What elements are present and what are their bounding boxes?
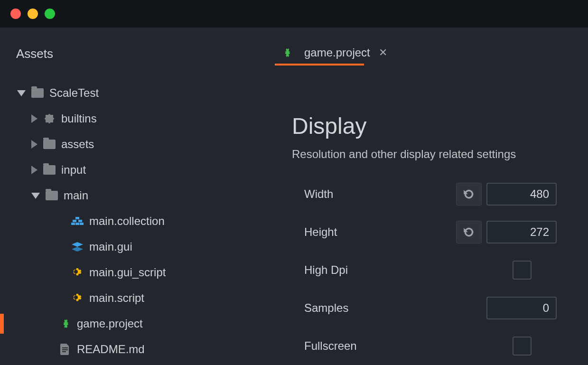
editor-panel: game.project ✕ Display Resolution and ot… — [259, 28, 588, 365]
tree-item-label: main.collection — [89, 215, 165, 228]
row-fullscreen: Fullscreen — [292, 327, 588, 365]
tree-item-readme-md[interactable]: README.md — [0, 337, 259, 362]
tree-item-game-project[interactable]: game.project — [0, 311, 259, 337]
chevron-right-icon[interactable] — [31, 140, 37, 149]
chevron-spacer — [57, 243, 65, 251]
tree-item-builtins[interactable]: builtins — [0, 106, 259, 131]
svg-rect-3 — [71, 223, 75, 225]
chevron-spacer — [45, 345, 53, 354]
undo-icon — [463, 188, 475, 200]
tree-item-assets[interactable]: assets — [0, 131, 259, 157]
folder-icon — [30, 87, 45, 99]
file-icon — [58, 343, 72, 356]
section-title: Display — [292, 113, 588, 139]
traffic-close-icon[interactable] — [10, 9, 21, 19]
section-subtitle: Resolution and other display related set… — [292, 148, 588, 161]
undo-icon — [463, 226, 475, 238]
label-samples: Samples — [304, 301, 456, 315]
traffic-fullscreen-icon[interactable] — [45, 9, 55, 19]
input-height[interactable] — [486, 221, 557, 243]
label-height: Height — [304, 225, 456, 239]
checkbox-fullscreen[interactable] — [513, 337, 532, 356]
tab-active-indicator — [275, 64, 364, 66]
puzzle-icon — [42, 112, 56, 125]
checkbox-highdpi[interactable] — [513, 261, 532, 280]
chevron-right-icon[interactable] — [31, 114, 37, 123]
cog-green-icon — [280, 47, 294, 59]
row-samples: Samples — [292, 289, 588, 327]
chevron-right-icon[interactable] — [31, 166, 37, 174]
folder-icon — [42, 138, 56, 150]
collection-icon — [70, 215, 84, 227]
svg-rect-6 — [62, 347, 68, 348]
folder-icon — [45, 189, 59, 202]
tree-item-main-script[interactable]: main.script — [0, 285, 259, 311]
tab-game-project[interactable]: game.project ✕ — [275, 41, 392, 65]
tree-item-label: builtins — [61, 112, 97, 125]
cog-green-icon — [58, 318, 72, 330]
row-width: Width — [292, 175, 588, 213]
chevron-spacer — [45, 319, 53, 328]
svg-rect-4 — [75, 223, 79, 225]
tab-label: game.project — [304, 46, 370, 59]
chevron-spacer — [57, 294, 65, 302]
label-fullscreen: Fullscreen — [304, 339, 456, 353]
window-titlebar — [0, 0, 588, 28]
folder-icon — [42, 164, 56, 176]
chevron-spacer — [57, 268, 65, 277]
tree-item-main[interactable]: main — [0, 183, 259, 208]
tree-item-label: main.gui — [89, 240, 132, 253]
tree-item-scaletest[interactable]: ScaleTest — [0, 80, 259, 106]
svg-rect-1 — [73, 220, 76, 222]
chevron-spacer — [57, 217, 65, 225]
cog-icon — [70, 292, 84, 304]
tree-item-input[interactable]: input — [0, 157, 259, 183]
chevron-down-icon[interactable] — [31, 193, 40, 199]
tree-item-main-gui_script[interactable]: main.gui_script — [0, 260, 259, 285]
tree-item-main-gui[interactable]: main.gui — [0, 234, 259, 260]
tree-item-label: README.md — [77, 343, 145, 356]
reset-width-button[interactable] — [456, 183, 482, 206]
svg-rect-5 — [80, 223, 84, 225]
chevron-down-icon[interactable] — [17, 90, 26, 96]
panel-title: Assets — [0, 47, 259, 61]
assets-panel: Assets ScaleTestbuiltinsassetsinputmainm… — [0, 28, 259, 365]
tree-item-label: main — [64, 189, 88, 202]
tree-item-label: game.project — [77, 317, 143, 330]
svg-rect-8 — [62, 351, 66, 352]
svg-rect-7 — [62, 349, 68, 350]
tree-item-label: main.script — [89, 291, 144, 305]
input-samples[interactable] — [486, 297, 557, 319]
input-width[interactable] — [486, 183, 557, 206]
label-highdpi: High Dpi — [304, 263, 456, 277]
layers-icon — [70, 241, 84, 253]
tab-close-icon[interactable]: ✕ — [379, 47, 387, 59]
tree-item-label: ScaleTest — [49, 86, 99, 100]
label-width: Width — [304, 187, 456, 201]
tab-bar: game.project ✕ — [259, 41, 588, 65]
traffic-minimize-icon[interactable] — [28, 9, 38, 19]
svg-rect-2 — [78, 220, 82, 222]
tree-item-main-collection[interactable]: main.collection — [0, 208, 259, 234]
display-section: Display Resolution and other display rel… — [259, 80, 588, 365]
row-highdpi: High Dpi — [292, 251, 588, 289]
tree-item-label: main.gui_script — [89, 266, 166, 279]
cog-icon — [70, 266, 84, 279]
row-height: Height — [292, 213, 588, 251]
reset-height-button[interactable] — [456, 221, 482, 243]
tree-item-label: assets — [61, 138, 94, 151]
tree-item-label: input — [61, 163, 86, 177]
svg-rect-0 — [75, 217, 79, 219]
